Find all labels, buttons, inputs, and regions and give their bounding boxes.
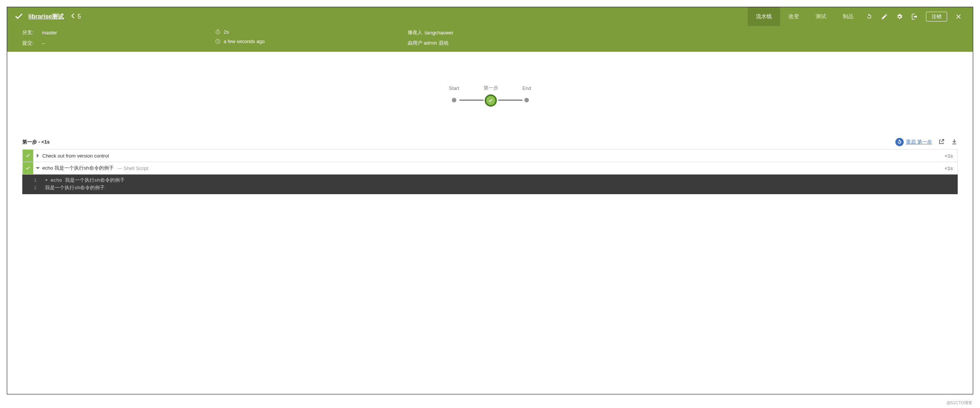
gear-icon[interactable] bbox=[892, 7, 907, 26]
restart-stage-button[interactable]: 重启 第一步 bbox=[896, 138, 932, 146]
logout-button[interactable]: 注销 bbox=[926, 12, 947, 22]
build-status-icon bbox=[14, 11, 24, 22]
back-icon[interactable] bbox=[71, 13, 75, 20]
download-icon[interactable] bbox=[951, 138, 958, 146]
step-status-success-icon bbox=[23, 149, 33, 162]
rerun-icon[interactable] bbox=[862, 7, 877, 26]
open-external-icon[interactable] bbox=[938, 138, 945, 146]
duration-icon bbox=[215, 29, 221, 35]
line-number: 2 bbox=[26, 184, 45, 192]
step-duration: <1s bbox=[940, 165, 957, 171]
node-start-label: Start bbox=[449, 86, 459, 91]
header-bar: librarise测试 5 流水线 改变 测试 制品 注销 bbox=[7, 7, 973, 26]
step-row[interactable]: Check out from version control <1s bbox=[22, 149, 958, 162]
pipeline-graph: Start . 第一步 . End bbox=[7, 52, 973, 135]
tab-artifacts[interactable]: 制品 bbox=[835, 7, 862, 26]
tab-pipeline[interactable]: 流水线 bbox=[748, 7, 780, 26]
line-text: 我是一个执行sh命令的例子 bbox=[45, 184, 105, 192]
tab-tests[interactable]: 测试 bbox=[807, 7, 835, 26]
node-stage1-label: 第一步 bbox=[484, 85, 498, 91]
pipeline-edge bbox=[498, 100, 522, 100]
node-end bbox=[524, 98, 529, 102]
steps-list: Check out from version control <1s echo … bbox=[7, 149, 973, 175]
console-line: 1+ echo 我是一个执行sh命令的例子 bbox=[22, 177, 958, 184]
console-output: 1+ echo 我是一个执行sh命令的例子 2我是一个执行sh命令的例子 bbox=[22, 175, 958, 194]
stage-title: 第一步 - <1s bbox=[22, 139, 50, 146]
node-end-label: End bbox=[522, 86, 531, 91]
step-name: Check out from version control bbox=[42, 153, 109, 159]
watermark: @51CTO博客 bbox=[947, 400, 972, 406]
time-value: a few seconds ago bbox=[224, 38, 264, 44]
line-number: 1 bbox=[26, 177, 45, 184]
tab-changes[interactable]: 改变 bbox=[780, 7, 807, 26]
step-status-success-icon bbox=[23, 162, 33, 174]
branch-value: master bbox=[42, 30, 57, 35]
close-icon[interactable] bbox=[951, 7, 966, 26]
project-link[interactable]: librarise测试 bbox=[28, 13, 64, 21]
exit-icon[interactable] bbox=[907, 7, 922, 26]
app-window: librarise测试 5 流水线 改变 测试 制品 注销 分支:master … bbox=[7, 7, 973, 394]
build-number: 5 bbox=[78, 13, 81, 20]
step-duration: <1s bbox=[940, 153, 957, 159]
commit-value: – bbox=[42, 40, 45, 46]
build-details: 分支:master 提交:– 2s a few seconds ago 修改人l… bbox=[7, 26, 973, 52]
node-start bbox=[452, 98, 457, 102]
restart-label: 重启 第一步 bbox=[906, 139, 932, 146]
author-label: 修改人 bbox=[408, 29, 422, 36]
node-stage1[interactable] bbox=[485, 95, 496, 106]
edit-icon[interactable] bbox=[877, 7, 892, 26]
chevron-right-icon[interactable] bbox=[33, 153, 42, 158]
trigger-text: 由用户 admin 启动 bbox=[408, 40, 449, 46]
step-name: echo 我是一个执行sh命令的例子 bbox=[42, 165, 114, 171]
clock-icon bbox=[215, 38, 221, 44]
author-value: liangchaowei bbox=[425, 30, 453, 35]
line-text: + echo 我是一个执行sh命令的例子 bbox=[45, 177, 125, 184]
step-row[interactable]: echo 我是一个执行sh命令的例子 — Shell Script <1s bbox=[22, 162, 958, 175]
commit-label: 提交: bbox=[22, 40, 35, 46]
duration-value: 2s bbox=[224, 29, 229, 35]
restart-icon bbox=[896, 138, 904, 146]
console-line: 2我是一个执行sh命令的例子 bbox=[22, 184, 958, 192]
branch-label: 分支: bbox=[22, 29, 35, 36]
chevron-down-icon[interactable] bbox=[33, 166, 42, 170]
pipeline-edge bbox=[460, 100, 484, 100]
step-desc: — Shell Script bbox=[118, 165, 148, 171]
stage-header: 第一步 - <1s 重启 第一步 bbox=[7, 135, 973, 149]
